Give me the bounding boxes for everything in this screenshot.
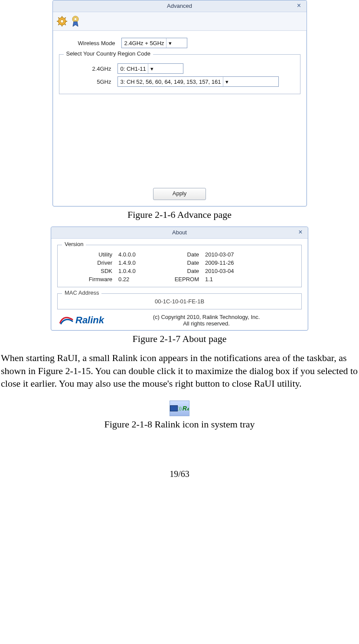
utility-label: Utility [79,251,118,258]
sdk-value: 1.0.4.0 [118,268,162,274]
svg-line-8 [65,17,65,18]
page-number: 19/63 [0,469,359,479]
eeprom-value: 1.1 [205,276,274,283]
advanced-toolbar [53,12,307,31]
figure-2-1-6-caption: Figure 2-1-6 Advance page [0,209,359,220]
region-code-legend: Select Your Country Region Code [64,50,153,57]
wireless-mode-label: Wireless Mode [59,40,121,46]
band24-label: 2.4GHz [64,66,117,72]
signal-icon: )) [179,406,182,411]
svg-line-9 [58,24,59,25]
gear-icon[interactable] [56,16,68,27]
body-paragraph: When starting RaUI, a small Ralink icon … [0,352,359,390]
advanced-titlebar: Advanced × [53,0,307,12]
mac-value: 00-1C-10-01-FE-1B [155,298,204,305]
about-panel: About × Version Utility 4.0.0.0 Date 201… [51,227,308,331]
utility-value: 4.0.0.0 [118,251,162,258]
band24-row: 2.4GHz 0: CH1-11 ▾ [64,63,296,74]
chevron-down-icon: ▾ [223,77,231,86]
about-titlebar: About × [51,227,308,239]
driver-date-value: 2009-11-26 [205,260,274,266]
band24-value: 0: CH1-11 [121,66,146,72]
figure-2-1-8-caption: Figure 2-1-8 Ralink icon in system tray [0,419,359,430]
ralink-logo: Ralink [59,315,104,326]
close-icon[interactable]: × [297,229,304,237]
close-icon[interactable]: × [295,2,303,10]
copyright-line-1: (c) Copyright 2010, Ralink Technology, I… [113,314,300,320]
advanced-title: Advanced [167,3,192,9]
ralink-logo-text: Ralink [75,315,104,326]
firmware-label: Firmware [79,276,118,283]
driver-label: Driver [79,260,118,266]
ralink-tray-icon[interactable]: )) R4 [170,401,189,416]
driver-date-label: Date [162,260,205,266]
version-fieldset: Version Utility 4.0.0.0 Date 2010-03-07 … [57,245,302,287]
svg-point-11 [74,18,77,21]
band24-select[interactable]: 0: CH1-11 ▾ [117,63,183,74]
svg-point-1 [60,20,64,23]
ribbon-icon[interactable] [70,15,81,27]
mac-address-fieldset: MAC Address 00-1C-10-01-FE-1B [57,293,302,309]
apply-button[interactable]: Apply [153,188,206,200]
copyright-block: (c) Copyright 2010, Ralink Technology, I… [113,314,300,327]
tray-icon-figure: )) R4 [0,401,359,416]
firmware-value: 0.22 [118,276,162,283]
driver-value: 1.4.9.0 [118,260,162,266]
wireless-mode-row: Wireless Mode 2.4GHz + 5GHz ▾ [59,38,300,48]
about-title: About [172,229,187,236]
utility-date-value: 2010-03-07 [205,251,274,258]
figure-2-1-7-caption: Figure 2-1-7 About page [0,333,359,345]
advanced-panel: Advanced × Wireless Mode 2.4GHz + 5GHz ▾… [52,0,307,207]
chevron-down-icon: ▾ [166,38,174,48]
about-footer: Ralink (c) Copyright 2010, Ralink Techno… [57,309,302,329]
chevron-down-icon: ▾ [148,64,156,73]
version-legend: Version [62,241,86,247]
wireless-mode-value: 2.4GHz + 5GHz [124,40,164,46]
band5-label: 5GHz [64,79,117,85]
version-grid: Utility 4.0.0.0 Date 2010-03-07 Driver 1… [79,251,297,283]
mac-legend: MAC Address [62,289,101,296]
svg-line-6 [58,17,59,18]
region-code-fieldset: Select Your Country Region Code 2.4GHz 0… [59,54,300,94]
utility-date-label: Date [162,251,205,258]
sdk-date-value: 2010-03-04 [205,268,274,274]
band5-row: 5GHz 3: CH 52, 56, 60, 64, 149, 153, 157… [64,76,296,87]
svg-line-7 [65,24,65,25]
monitor-icon [170,405,178,411]
sdk-date-label: Date [162,268,205,274]
apply-label: Apply [173,190,187,197]
band5-value: 3: CH 52, 56, 60, 64, 149, 153, 157, 161 [121,79,221,85]
copyright-line-2: All rights reserved. [113,320,300,327]
r-glyph-icon: R4 [183,405,189,412]
wireless-mode-select[interactable]: 2.4GHz + 5GHz ▾ [121,38,187,48]
eeprom-label: EEPROM [162,276,205,283]
sdk-label: SDK [79,268,118,274]
band5-select[interactable]: 3: CH 52, 56, 60, 64, 149, 153, 157, 161… [117,76,279,87]
